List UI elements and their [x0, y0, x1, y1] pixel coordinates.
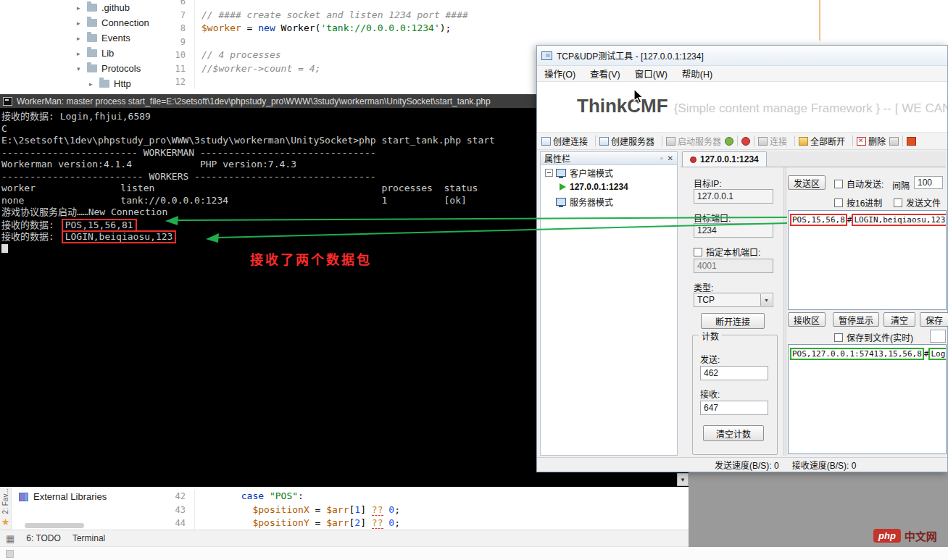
tcp-udp-tool-window: TCP&UDP测试工具 - [127.0.0.1:1234] 操作(O) 查看(…	[536, 45, 948, 472]
send-area-button[interactable]: 发送区	[788, 175, 826, 190]
todo-toolwindow-button[interactable]: 6: TODO	[26, 533, 61, 543]
computer-icon	[556, 198, 566, 206]
clear-recv-button[interactable]: 清空	[883, 312, 915, 327]
toolbar-separator	[595, 135, 596, 146]
create-server-button[interactable]: 创建服务器	[599, 135, 654, 147]
external-libraries-item[interactable]: External Libraries	[19, 490, 107, 503]
collapse-icon[interactable]	[545, 169, 553, 177]
chevron-icon[interactable]: ▸	[89, 80, 99, 88]
start-server-button[interactable]: 启动服务器	[666, 135, 721, 147]
line-number: 11	[172, 62, 194, 76]
received-count-input[interactable]	[700, 401, 768, 415]
tree-item-label: Http	[114, 78, 131, 89]
project-tree-item[interactable]: ▸ Events	[64, 30, 172, 46]
terminal-toolwindow-button[interactable]: Terminal	[72, 533, 105, 543]
recv-textarea[interactable]: POS,127.0.0.1:57413,15,56,8#Login1#	[788, 344, 947, 454]
library-icon	[19, 493, 28, 501]
folder-icon	[87, 34, 97, 42]
hex-checkbox[interactable]: 按16进制	[834, 196, 882, 209]
play-icon	[560, 183, 566, 191]
disconnect-all-button[interactable]: 全部断开	[799, 135, 845, 147]
target-ip-label: 目标IP:	[694, 177, 722, 189]
tcp-banner: ThinkCMF {Simple content manage Framewor…	[537, 82, 947, 133]
auto-send-checkbox[interactable]: 自动发送:	[834, 177, 883, 190]
counter-title: 计数	[699, 330, 722, 342]
project-tree-item[interactable]: ▸ Lib	[64, 46, 172, 61]
line-number: 12	[172, 75, 194, 89]
local-port-input[interactable]	[694, 259, 773, 273]
terminal-cursor	[1, 244, 8, 253]
php-logo-text: 中文网	[905, 528, 937, 543]
chevron-icon[interactable]: ▾	[77, 65, 87, 72]
pause-display-button[interactable]: 暂停显示	[833, 312, 879, 327]
menu-grid-icon[interactable]: ▦	[6, 533, 14, 544]
splitter[interactable]	[783, 167, 786, 456]
type-select[interactable]: TCP▼	[694, 293, 773, 307]
interval-input[interactable]	[914, 176, 943, 189]
chevron-icon[interactable]: ▸	[77, 4, 87, 12]
chevron-icon[interactable]: ▸	[77, 35, 87, 42]
code-line: 6	[172, 0, 833, 9]
recv-area-button[interactable]: 接收区	[788, 312, 826, 327]
target-port-input[interactable]	[694, 223, 773, 238]
project-tree-item[interactable]: ▸ .github	[64, 0, 172, 15]
send-speed: 发送速度(B/S): 0	[715, 459, 779, 471]
php-cn-logo: php 中文网	[873, 528, 937, 543]
chevron-icon[interactable]: ▸	[77, 20, 87, 27]
disconnect-button[interactable]: 断开连接	[701, 313, 765, 329]
dropdown-arrow-icon[interactable]: ▼	[760, 294, 772, 306]
checkbox-icon	[834, 333, 843, 342]
sent-label: 发送:	[700, 353, 720, 365]
star-icon[interactable]: ★	[1, 517, 10, 527]
local-port-checkbox[interactable]: 指定本机端口:	[694, 246, 760, 258]
project-tree-hscrollbar[interactable]	[25, 523, 84, 528]
send-textarea[interactable]: POS,15,56,8#LOGIN,beiqiaosu,123#	[788, 210, 947, 310]
favorites-tab[interactable]: 2: Fav...	[1, 488, 9, 514]
close-icon[interactable]: ✕	[668, 154, 673, 162]
tree-connection-item[interactable]: 127.0.0.1:1234	[541, 180, 677, 194]
menu-item[interactable]: 帮助(H)	[682, 67, 712, 80]
clear-counter-button[interactable]: 清空计数	[703, 425, 764, 441]
recv-login-highlight: LOGIN,beiqiaosu,123	[62, 230, 177, 243]
menu-item[interactable]: 查看(V)	[590, 67, 620, 80]
computer-icon	[556, 169, 566, 177]
stop-icon[interactable]	[741, 137, 750, 146]
app-icon[interactable]	[6, 550, 14, 558]
line-number: 7	[172, 9, 194, 22]
tree-server-mode[interactable]: 服务器模式	[541, 194, 677, 209]
target-ip-input[interactable]	[694, 189, 773, 204]
toolbar-separator	[737, 135, 738, 146]
line-number: 44	[172, 517, 194, 530]
code-line: 7// #### create socket and listen 1234 p…	[172, 9, 833, 22]
disconnect-all-icon	[799, 137, 808, 146]
tree-item-label: Events	[101, 33, 130, 43]
tab-connection[interactable]: 127.0.0.1:1234	[682, 151, 767, 167]
tree-client-mode[interactable]: 客户端模式	[541, 165, 677, 180]
code-line: 8$worker = new Worker('tank://0.0.0.0:12…	[172, 22, 833, 35]
menu-item[interactable]: 窗口(W)	[635, 67, 668, 80]
hot-action-icon[interactable]	[907, 137, 916, 146]
connect-button[interactable]: 连接	[758, 135, 787, 147]
save-to-file-checkbox[interactable]: 保存到文件(实时)	[834, 331, 913, 343]
settings-icon[interactable]	[889, 137, 899, 146]
create-connection-button[interactable]: 创建连接	[541, 135, 588, 147]
toolbar-separator	[754, 135, 754, 146]
tcp-title-bar[interactable]: TCP&UDP测试工具 - [127.0.0.1:1234]	[537, 46, 947, 66]
type-label: 类型:	[694, 281, 713, 293]
scrollbar-down-button[interactable]: ▼	[677, 473, 689, 486]
send-file-checkbox[interactable]: 发送文件	[894, 196, 941, 209]
project-tree-item[interactable]: ▾ Protocols	[64, 61, 172, 76]
menu-item[interactable]: 操作(O)	[544, 67, 575, 80]
sent-count-input[interactable]	[700, 366, 768, 380]
save-file-box[interactable]	[930, 330, 946, 343]
checkbox-icon	[834, 180, 843, 188]
chevron-icon[interactable]: ▸	[77, 50, 87, 57]
project-tree-item[interactable]: ▸ Connection	[64, 15, 172, 30]
pin-icon[interactable]: ▫	[660, 154, 663, 162]
project-tree-item[interactable]: ▸ Http	[76, 76, 172, 91]
delete-button[interactable]: 删除	[857, 135, 886, 147]
tcp-app-icon	[541, 51, 552, 60]
bug-icon[interactable]	[725, 137, 733, 146]
tab-bar: 127.0.0.1:1234	[681, 151, 946, 167]
save-button[interactable]: 保存	[920, 312, 948, 327]
